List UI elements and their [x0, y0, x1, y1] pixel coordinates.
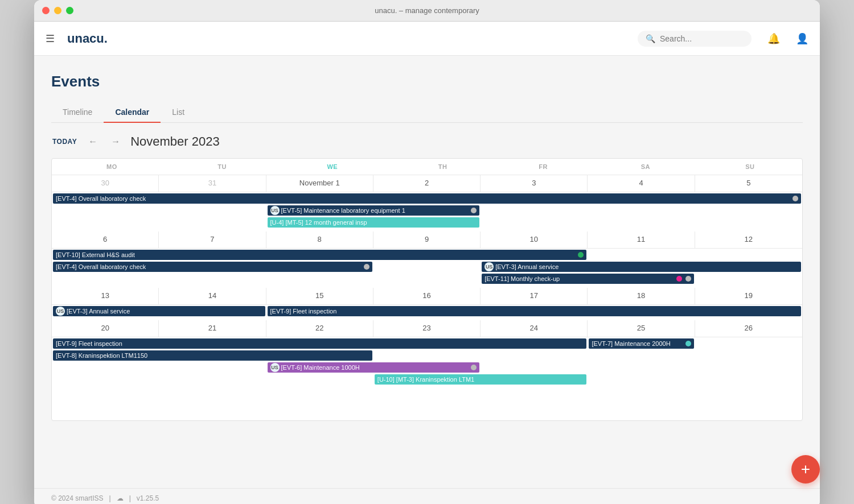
- event-label: [EVT-8] Kraninspektion LTM1150: [56, 352, 147, 360]
- day-cell[interactable]: 22: [266, 320, 373, 337]
- day-cell[interactable]: 21: [159, 320, 266, 337]
- search-input[interactable]: [660, 34, 744, 43]
- day-cell[interactable]: 26: [695, 320, 802, 337]
- day-cell[interactable]: 5: [695, 175, 802, 192]
- header-we: WE: [272, 159, 392, 175]
- close-button[interactable]: [42, 7, 50, 14]
- day-cell[interactable]: 9: [373, 232, 481, 248]
- event-span[interactable]: US [EVT-5] Maintenance laboratory equipm…: [266, 205, 481, 217]
- day-cell[interactable]: 30: [52, 175, 159, 192]
- event-span[interactable]: [EVT-8] Kraninspektion LTM1150: [52, 350, 373, 362]
- day-cell[interactable]: 3: [481, 175, 588, 192]
- day-number: 23: [378, 323, 475, 334]
- tab-timeline[interactable]: Timeline: [51, 102, 104, 122]
- day-cell[interactable]: 13: [52, 288, 159, 304]
- empty-span: [52, 205, 266, 217]
- minimize-button[interactable]: [54, 7, 61, 14]
- day-cell[interactable]: 24: [481, 320, 588, 337]
- day-number: 13: [56, 290, 154, 302]
- footer-copy: © 2024 smartISS: [51, 494, 104, 502]
- day-cell[interactable]: 7: [159, 232, 266, 248]
- us-badge: US: [56, 307, 65, 316]
- header-th: TH: [392, 159, 492, 175]
- event-dot: [793, 196, 798, 201]
- event-bar[interactable]: [EVT-4] Overall laboratory check: [53, 193, 801, 204]
- day-cell[interactable]: 6: [52, 232, 159, 248]
- event-span[interactable]: [EVT-7] Maintenance 2000H: [588, 338, 695, 350]
- day-cell[interactable]: 17: [481, 288, 588, 304]
- week-events-row: 13 14 15 16 17 18 19: [52, 288, 802, 320]
- tab-calendar[interactable]: Calendar: [104, 102, 161, 122]
- account-icon[interactable]: 👤: [796, 32, 808, 45]
- event-span[interactable]: US [EVT-3] Annual service: [481, 262, 802, 274]
- event-label: [EVT-11] Monthly check-up: [485, 275, 560, 283]
- day-cell[interactable]: 14: [159, 288, 266, 304]
- calendar-body: 30 31 November 1 2 3 4 5: [52, 175, 802, 421]
- event-bar[interactable]: US [EVT-5] Maintenance laboratory equipm…: [268, 205, 480, 216]
- day-cell[interactable]: 4: [588, 175, 695, 192]
- event-bar[interactable]: [EVT-10] External H&S audit: [53, 250, 586, 260]
- event-bar[interactable]: [EVT-9] Fleet inspection: [268, 306, 801, 316]
- event-span[interactable]: [EVT-10] External H&S audit: [52, 250, 588, 262]
- event-bar[interactable]: [EVT-11] Monthly check-up: [482, 274, 694, 284]
- event-bar[interactable]: [U-4] [MT-5] 12 month general insp: [268, 217, 480, 228]
- day-number: 10: [485, 234, 582, 246]
- event-bar[interactable]: [U-10] [MT-3] Kraninspektion LTM1: [375, 374, 587, 385]
- main-content: Events Timeline Calendar List TODAY ← → …: [34, 56, 820, 488]
- day-cell[interactable]: 20: [52, 320, 159, 337]
- tabs-bar: Timeline Calendar List: [51, 102, 803, 123]
- day-cell[interactable]: 23: [373, 320, 481, 337]
- day-cell[interactable]: 18: [588, 288, 695, 304]
- event-span[interactable]: [EVT-4] Overall laboratory check: [52, 193, 802, 205]
- event-span[interactable]: [EVT-9] Fleet inspection: [52, 338, 588, 350]
- search-bar[interactable]: 🔍: [638, 31, 752, 47]
- notification-icon[interactable]: 🔔: [767, 32, 780, 45]
- event-span[interactable]: [U-4] [MT-5] 12 month general insp: [266, 217, 481, 229]
- day-cell[interactable]: 25: [588, 320, 695, 337]
- event-bar[interactable]: US [EVT-3] Annual service: [482, 262, 801, 272]
- day-cell[interactable]: 2: [373, 175, 481, 192]
- day-cell[interactable]: 10: [481, 232, 588, 248]
- tab-list[interactable]: List: [161, 102, 196, 122]
- next-month-button[interactable]: →: [108, 135, 124, 148]
- day-cell[interactable]: November 1: [266, 175, 373, 192]
- prev-month-button[interactable]: ←: [85, 135, 101, 148]
- page-title: Events: [51, 73, 803, 90]
- day-cell[interactable]: 16: [373, 288, 481, 304]
- footer-separator2: |: [129, 494, 131, 502]
- add-event-button[interactable]: +: [791, 455, 820, 484]
- day-number: 3: [485, 177, 582, 189]
- day-cell[interactable]: 12: [695, 232, 802, 248]
- day-cell[interactable]: 8: [266, 232, 373, 248]
- event-span[interactable]: [EVT-4] Overall laboratory check: [52, 262, 373, 274]
- header-sa: SA: [593, 159, 697, 175]
- title-bar: unacu. – manage contemporary: [34, 0, 820, 22]
- event-span[interactable]: US [EVT-6] Maintenance 1000H: [266, 362, 481, 374]
- day-cell[interactable]: 15: [266, 288, 373, 304]
- today-button[interactable]: TODAY: [51, 135, 78, 148]
- us-badge: US: [270, 206, 280, 215]
- event-span[interactable]: [EVT-9] Fleet inspection: [266, 306, 802, 318]
- event-span[interactable]: [U-10] [MT-3] Kraninspektion LTM1: [373, 374, 588, 386]
- day-number: 22: [271, 323, 368, 334]
- event-bar[interactable]: US [EVT-3] Annual service: [53, 306, 265, 316]
- day-number: 6: [56, 234, 154, 246]
- event-bar[interactable]: [EVT-8] Kraninspektion LTM1150: [53, 350, 372, 361]
- day-cell[interactable]: 11: [588, 232, 695, 248]
- event-bar[interactable]: [EVT-4] Overall laboratory check: [53, 262, 372, 272]
- footer: © 2024 smartISS | ☁ | v1.25.5: [34, 488, 820, 504]
- calendar-nav: TODAY ← → November 2023: [51, 134, 803, 149]
- event-bar[interactable]: US [EVT-6] Maintenance 1000H: [268, 362, 480, 373]
- us-badge: US: [270, 363, 280, 372]
- header-mo: MO: [52, 159, 172, 175]
- event-bar[interactable]: [EVT-9] Fleet inspection: [53, 338, 586, 349]
- menu-icon[interactable]: ☰: [46, 32, 55, 45]
- event-span[interactable]: [EVT-11] Monthly check-up: [481, 274, 695, 286]
- event-label: [EVT-3] Annual service: [67, 307, 130, 315]
- maximize-button[interactable]: [66, 7, 73, 14]
- day-number: 16: [378, 290, 475, 302]
- day-cell[interactable]: 19: [695, 288, 802, 304]
- event-span[interactable]: US [EVT-3] Annual service: [52, 306, 266, 318]
- day-cell[interactable]: 31: [159, 175, 266, 192]
- event-bar[interactable]: [EVT-7] Maintenance 2000H: [589, 338, 693, 349]
